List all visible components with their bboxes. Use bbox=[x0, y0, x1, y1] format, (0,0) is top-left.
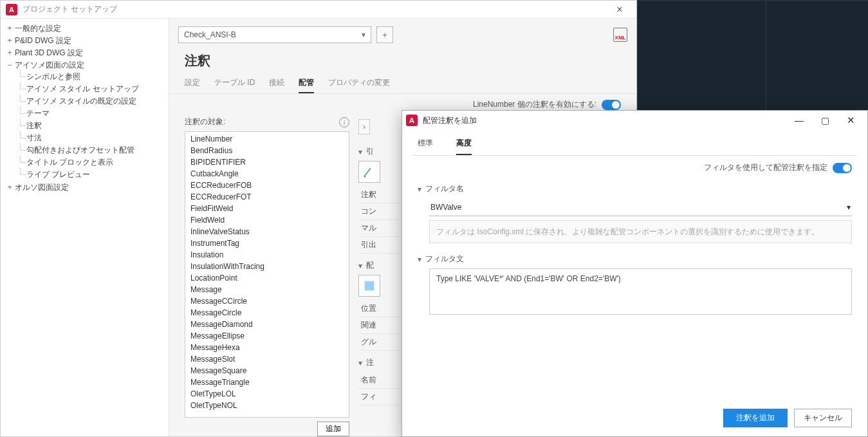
toggle-label: LineNumber 個の注釈を有効にする: bbox=[473, 99, 596, 110]
tree-node[interactable]: +一般的な設定 bbox=[3, 23, 166, 35]
tab-table-id[interactable]: テーブル ID bbox=[214, 77, 255, 93]
main-close-button[interactable]: × bbox=[608, 2, 631, 17]
xml-export-button[interactable]: XML bbox=[613, 28, 627, 42]
chevron-down-icon: ▾ bbox=[362, 30, 365, 39]
chevron-down-icon: ▾ bbox=[847, 203, 851, 212]
list-item[interactable]: ECCReducerFOB bbox=[185, 180, 349, 191]
expand-icon[interactable]: + bbox=[6, 24, 14, 33]
tree-node[interactable]: +P&ID DWG 設定 bbox=[3, 35, 166, 47]
list-item[interactable]: FieldFitWeld bbox=[185, 203, 349, 214]
tree-node[interactable]: 寸法 bbox=[20, 132, 166, 144]
collapse-icon[interactable]: − bbox=[6, 60, 14, 70]
expand-icon[interactable]: + bbox=[6, 48, 14, 57]
app-icon: A bbox=[406, 115, 418, 126]
linenumber-toggle[interactable] bbox=[602, 100, 621, 110]
window-title: プロジェクト セットアップ bbox=[23, 4, 117, 15]
list-item[interactable]: BIPIDENTIFIER bbox=[185, 156, 349, 168]
tree-node[interactable]: +オルソ図面設定 bbox=[3, 181, 166, 194]
info-icon[interactable]: i bbox=[339, 117, 349, 127]
add-annotation-confirm-button[interactable]: 注釈を追加 bbox=[723, 409, 788, 427]
use-filter-toggle[interactable] bbox=[833, 163, 852, 173]
expand-right-button[interactable]: › bbox=[358, 119, 370, 135]
list-item[interactable]: ECCReducerFOT bbox=[185, 191, 349, 203]
list-item[interactable]: MessageDiamond bbox=[185, 319, 349, 330]
main-titlebar: A プロジェクト セットアップ × bbox=[1, 1, 636, 19]
section-title: 注釈 bbox=[169, 50, 636, 77]
filter-expression-input[interactable]: Type LIKE 'VALVE*' AND (End1='BW' OR End… bbox=[429, 268, 852, 315]
tab-settings[interactable]: 設定 bbox=[185, 77, 200, 93]
list-item[interactable]: MessageTriangle bbox=[185, 377, 349, 388]
tree-node[interactable]: シンボルと参照 bbox=[20, 71, 166, 83]
expand-icon[interactable]: + bbox=[6, 36, 14, 45]
style-combobox[interactable]: Check_ANSI-B ▾ bbox=[178, 26, 371, 43]
leader-style-preview[interactable] bbox=[358, 161, 380, 183]
chevron-down-icon[interactable]: ▾ bbox=[358, 147, 362, 156]
cancel-button[interactable]: キャンセル bbox=[794, 409, 852, 427]
tab-property-change[interactable]: プロパティの変更 bbox=[328, 77, 390, 93]
list-item[interactable]: MessageCCircle bbox=[185, 295, 349, 307]
tree-node[interactable]: +Plant 3D DWG 設定 bbox=[3, 47, 166, 59]
list-item[interactable]: BendRadius bbox=[185, 145, 349, 156]
list-item[interactable]: InstrumentTag bbox=[185, 237, 349, 249]
list-item[interactable]: LocationPoint bbox=[185, 272, 349, 284]
chevron-down-icon[interactable]: ▾ bbox=[358, 358, 362, 367]
tree-node[interactable]: 勾配付きおよびオフセット配管 bbox=[20, 144, 166, 156]
list-item[interactable]: LineNumber bbox=[185, 132, 349, 145]
tab-connection[interactable]: 接続 bbox=[269, 77, 284, 93]
list-item[interactable]: CutbackAngle bbox=[185, 168, 349, 180]
list-item[interactable]: MessageHexa bbox=[185, 342, 349, 353]
filter-name-select[interactable]: BWValve ▾ bbox=[429, 198, 852, 216]
placement-preview[interactable] bbox=[358, 275, 380, 297]
maximize-button[interactable]: ▢ bbox=[812, 111, 838, 129]
dialog-tabs: 標準 高度 bbox=[412, 134, 857, 156]
dialog-close-button[interactable]: ✕ bbox=[838, 111, 863, 129]
filter-text-header: フィルタ文 bbox=[425, 254, 464, 265]
list-item[interactable]: MessageSquare bbox=[185, 365, 349, 377]
tree-node[interactable]: ライブ プレビュー bbox=[20, 169, 166, 181]
list-item[interactable]: Insulation bbox=[185, 249, 349, 261]
add-style-button[interactable]: ＋ bbox=[376, 26, 393, 43]
tree-node[interactable]: −アイソメ図面の設定 シンボルと参照 アイソメ スタイル セットアップ アイソメ… bbox=[3, 59, 166, 181]
list-item[interactable]: InlineValveStatus bbox=[185, 226, 349, 237]
expand-icon[interactable]: + bbox=[6, 183, 14, 192]
list-item[interactable]: OletTypeNOL bbox=[185, 400, 349, 411]
list-item[interactable]: MessageSlot bbox=[185, 353, 349, 365]
tree-node[interactable]: アイソメ スタイル セットアップ bbox=[20, 83, 166, 95]
filter-toggle-label: フィルタを使用して配管注釈を指定 bbox=[704, 162, 827, 173]
dialog-titlebar: A 配管注釈を追加 — ▢ ✕ bbox=[402, 111, 867, 130]
chevron-down-icon[interactable]: ▾ bbox=[418, 185, 421, 194]
list-item[interactable]: MessageCircle bbox=[185, 307, 349, 319]
chevron-down-icon[interactable]: ▾ bbox=[418, 255, 421, 264]
minimize-button[interactable]: — bbox=[786, 111, 812, 129]
tab-piping[interactable]: 配管 bbox=[299, 77, 314, 93]
list-item[interactable]: InsulationWithTracing bbox=[185, 261, 349, 272]
dialog-title: 配管注釈を追加 bbox=[423, 115, 477, 126]
tree-node[interactable]: 注釈 bbox=[20, 120, 166, 132]
add-piping-annotation-dialog: A 配管注釈を追加 — ▢ ✕ 注釈名: 標準 高度 フィルタを使用して配管注釈… bbox=[402, 110, 868, 437]
filter-name-header: フィルタ名 bbox=[425, 183, 464, 194]
annotation-target-list[interactable]: LineNumberBendRadiusBIPIDENTIFIERCutback… bbox=[185, 131, 349, 418]
list-item[interactable]: Message bbox=[185, 284, 349, 295]
tree-node[interactable]: アイソメ スタイルの既定の設定 bbox=[20, 95, 166, 107]
tree-node[interactable]: テーマ bbox=[20, 107, 166, 120]
app-icon: A bbox=[6, 4, 17, 15]
tab-advanced[interactable]: 高度 bbox=[456, 138, 472, 155]
chevron-down-icon[interactable]: ▾ bbox=[358, 261, 362, 270]
add-annotation-button[interactable]: 追加 bbox=[317, 422, 349, 436]
target-label: 注釈の対象: bbox=[185, 116, 225, 127]
tree-node[interactable]: タイトル ブロックと表示 bbox=[20, 156, 166, 169]
settings-tabs: 設定 テーブル ID 接続 配管 プロパティの変更 bbox=[169, 77, 636, 94]
list-item[interactable]: MessageEllipse bbox=[185, 330, 349, 342]
svg-rect-0 bbox=[365, 281, 374, 291]
filter-hint: フィルタは IsoConfig.xml に保存され、より複雑な配管コンポーネント… bbox=[429, 220, 852, 243]
list-item[interactable]: FieldWeld bbox=[185, 214, 349, 226]
combo-value: Check_ANSI-B bbox=[184, 30, 236, 39]
settings-tree[interactable]: +一般的な設定 +P&ID DWG 設定 +Plant 3D DWG 設定 −ア… bbox=[1, 19, 169, 436]
list-item[interactable]: OletTypeLOL bbox=[185, 388, 349, 400]
tab-standard[interactable]: 標準 bbox=[418, 138, 433, 155]
